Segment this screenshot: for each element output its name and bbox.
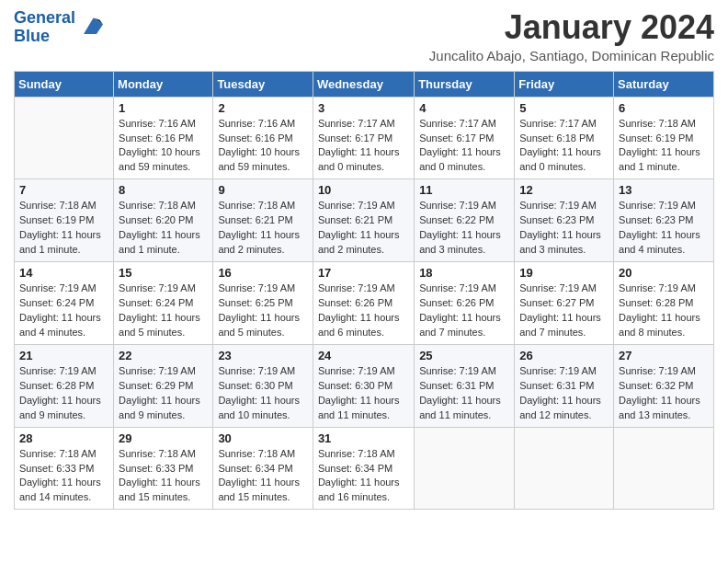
day-number: 7 [19,183,108,197]
day-number: 2 [218,101,308,115]
calendar-header-friday: Friday [515,71,614,97]
day-info: Sunrise: 7:17 AMSunset: 6:18 PMDaylight:… [519,117,609,176]
day-number: 3 [318,101,409,115]
day-number: 1 [119,101,208,115]
calendar-cell: 24Sunrise: 7:19 AMSunset: 6:30 PMDayligh… [313,344,414,427]
calendar-cell: 29Sunrise: 7:18 AMSunset: 6:33 PMDayligh… [114,427,213,510]
day-info: Sunrise: 7:19 AMSunset: 6:26 PMDaylight:… [318,282,409,340]
calendar-cell: 8Sunrise: 7:18 AMSunset: 6:20 PMDaylight… [114,179,213,262]
calendar-cell: 30Sunrise: 7:18 AMSunset: 6:34 PMDayligh… [213,427,313,510]
calendar-week-3: 14Sunrise: 7:19 AMSunset: 6:24 PMDayligh… [15,262,714,345]
day-number: 20 [619,266,709,280]
day-number: 29 [119,431,208,445]
day-info: Sunrise: 7:19 AMSunset: 6:21 PMDaylight:… [318,199,409,258]
calendar-cell: 1Sunrise: 7:16 AMSunset: 6:16 PMDaylight… [114,97,213,179]
day-info: Sunrise: 7:19 AMSunset: 6:31 PMDaylight:… [519,364,609,423]
day-number: 25 [419,349,509,362]
calendar-cell: 20Sunrise: 7:19 AMSunset: 6:28 PMDayligh… [614,262,714,345]
day-number: 21 [19,349,108,362]
day-number: 13 [619,183,709,197]
day-info: Sunrise: 7:17 AMSunset: 6:17 PMDaylight:… [419,117,509,176]
calendar-cell: 16Sunrise: 7:19 AMSunset: 6:25 PMDayligh… [213,262,313,345]
subtitle: Juncalito Abajo, Santiago, Dominican Rep… [429,48,714,63]
logo-text: General [14,9,75,28]
calendar-cell: 10Sunrise: 7:19 AMSunset: 6:21 PMDayligh… [313,179,414,262]
day-info: Sunrise: 7:19 AMSunset: 6:26 PMDaylight:… [419,282,509,340]
calendar-cell: 12Sunrise: 7:19 AMSunset: 6:23 PMDayligh… [515,179,614,262]
calendar-header-saturday: Saturday [614,71,714,97]
calendar-cell: 13Sunrise: 7:19 AMSunset: 6:23 PMDayligh… [614,179,714,262]
day-info: Sunrise: 7:18 AMSunset: 6:19 PMDaylight:… [619,117,709,176]
calendar-cell: 28Sunrise: 7:18 AMSunset: 6:33 PMDayligh… [15,427,114,510]
day-number: 9 [218,183,308,197]
calendar-cell: 23Sunrise: 7:19 AMSunset: 6:30 PMDayligh… [213,344,313,427]
logo-blue: Blue [14,28,75,46]
calendar-week-2: 7Sunrise: 7:18 AMSunset: 6:19 PMDaylight… [15,179,714,262]
day-info: Sunrise: 7:18 AMSunset: 6:21 PMDaylight:… [218,199,308,258]
calendar-cell: 31Sunrise: 7:18 AMSunset: 6:34 PMDayligh… [313,427,414,510]
day-info: Sunrise: 7:19 AMSunset: 6:31 PMDaylight:… [419,364,509,423]
day-info: Sunrise: 7:19 AMSunset: 6:24 PMDaylight:… [19,282,108,340]
day-info: Sunrise: 7:18 AMSunset: 6:33 PMDaylight:… [19,447,108,506]
calendar-header-row: SundayMondayTuesdayWednesdayThursdayFrid… [15,71,714,97]
day-number: 5 [519,101,609,115]
calendar-cell: 9Sunrise: 7:18 AMSunset: 6:21 PMDaylight… [213,179,313,262]
day-info: Sunrise: 7:19 AMSunset: 6:30 PMDaylight:… [218,364,308,423]
day-number: 27 [619,349,709,362]
calendar-cell: 2Sunrise: 7:16 AMSunset: 6:16 PMDaylight… [213,97,313,179]
day-number: 23 [218,349,308,362]
day-info: Sunrise: 7:19 AMSunset: 6:28 PMDaylight:… [619,282,709,340]
header: General Blue January 2024 Juncalito Abaj… [14,9,714,63]
day-info: Sunrise: 7:19 AMSunset: 6:23 PMDaylight:… [619,199,709,258]
day-number: 28 [19,431,108,445]
calendar-header-monday: Monday [114,71,213,97]
calendar-cell: 6Sunrise: 7:18 AMSunset: 6:19 PMDaylight… [614,97,714,179]
day-info: Sunrise: 7:19 AMSunset: 6:27 PMDaylight:… [519,282,609,340]
day-number: 18 [419,266,509,280]
calendar-cell [515,427,614,510]
month-year: January 2024 [429,9,714,46]
calendar-cell: 17Sunrise: 7:19 AMSunset: 6:26 PMDayligh… [313,262,414,345]
logo-icon [77,15,103,40]
calendar-cell [15,97,114,179]
day-number: 24 [318,349,409,362]
calendar-week-1: 1Sunrise: 7:16 AMSunset: 6:16 PMDaylight… [15,97,714,179]
day-info: Sunrise: 7:19 AMSunset: 6:23 PMDaylight:… [519,199,609,258]
day-info: Sunrise: 7:19 AMSunset: 6:22 PMDaylight:… [419,199,509,258]
title-area: January 2024 Juncalito Abajo, Santiago, … [429,9,714,63]
day-info: Sunrise: 7:17 AMSunset: 6:17 PMDaylight:… [318,117,409,176]
calendar-cell: 11Sunrise: 7:19 AMSunset: 6:22 PMDayligh… [415,179,515,262]
calendar-cell: 19Sunrise: 7:19 AMSunset: 6:27 PMDayligh… [515,262,614,345]
day-number: 16 [218,266,308,280]
day-info: Sunrise: 7:18 AMSunset: 6:19 PMDaylight:… [19,199,108,258]
logo: General Blue [14,9,103,46]
calendar-header-sunday: Sunday [15,71,114,97]
calendar-cell: 22Sunrise: 7:19 AMSunset: 6:29 PMDayligh… [114,344,213,427]
day-info: Sunrise: 7:19 AMSunset: 6:25 PMDaylight:… [218,282,308,340]
calendar-cell: 25Sunrise: 7:19 AMSunset: 6:31 PMDayligh… [415,344,515,427]
calendar-week-5: 28Sunrise: 7:18 AMSunset: 6:33 PMDayligh… [15,427,714,510]
day-number: 30 [218,431,308,445]
day-number: 31 [318,431,409,445]
calendar-header-wednesday: Wednesday [313,71,414,97]
day-number: 6 [619,101,709,115]
day-info: Sunrise: 7:19 AMSunset: 6:28 PMDaylight:… [19,364,108,423]
calendar-cell: 5Sunrise: 7:17 AMSunset: 6:18 PMDaylight… [515,97,614,179]
day-number: 14 [19,266,108,280]
calendar-header-tuesday: Tuesday [213,71,313,97]
calendar-cell: 15Sunrise: 7:19 AMSunset: 6:24 PMDayligh… [114,262,213,345]
calendar-cell: 26Sunrise: 7:19 AMSunset: 6:31 PMDayligh… [515,344,614,427]
day-number: 26 [519,349,609,362]
day-number: 15 [119,266,208,280]
calendar-cell: 4Sunrise: 7:17 AMSunset: 6:17 PMDaylight… [415,97,515,179]
day-number: 22 [119,349,208,362]
calendar-table: SundayMondayTuesdayWednesdayThursdayFrid… [14,71,714,511]
day-info: Sunrise: 7:18 AMSunset: 6:33 PMDaylight:… [119,447,208,506]
day-info: Sunrise: 7:19 AMSunset: 6:29 PMDaylight:… [119,364,208,423]
calendar-cell: 27Sunrise: 7:19 AMSunset: 6:32 PMDayligh… [614,344,714,427]
day-info: Sunrise: 7:16 AMSunset: 6:16 PMDaylight:… [218,117,308,176]
day-info: Sunrise: 7:16 AMSunset: 6:16 PMDaylight:… [119,117,208,176]
calendar-cell: 7Sunrise: 7:18 AMSunset: 6:19 PMDaylight… [15,179,114,262]
day-info: Sunrise: 7:18 AMSunset: 6:20 PMDaylight:… [119,199,208,258]
calendar-cell: 14Sunrise: 7:19 AMSunset: 6:24 PMDayligh… [15,262,114,345]
